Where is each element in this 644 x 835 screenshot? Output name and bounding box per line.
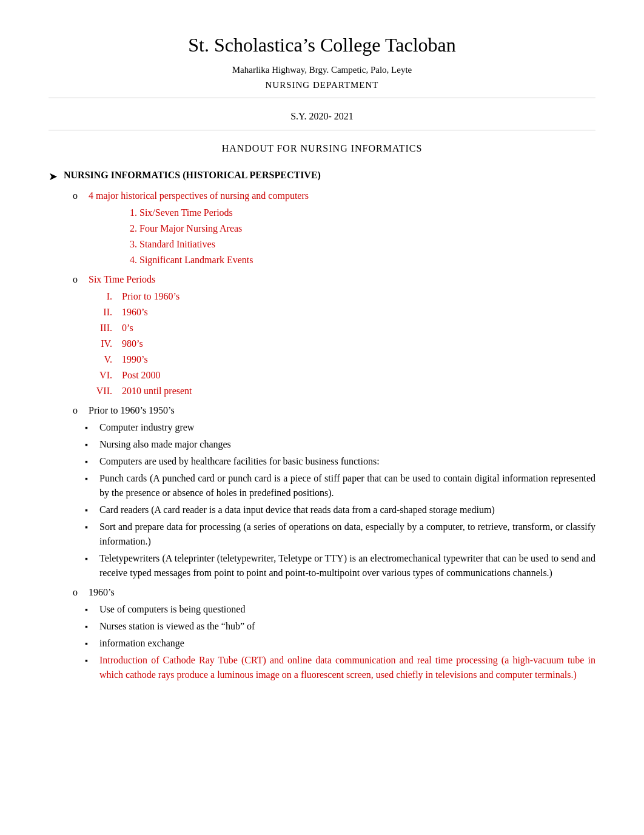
roman-item-5: V. 1990’s [79,352,595,367]
list-item: Six/Seven Time Periods [139,206,595,220]
roman-text-4: 980’s [122,337,143,351]
bullet-text-9: Nurses station is viewed as the “hub” of [99,619,595,634]
sub3-label: Prior to 1960’s 1950’s [89,403,175,418]
bullet-item-1: ▪ Computer industry grew [85,420,595,435]
main-content: ➤ NURSING INFORMATICS (HISTORICAL PERSPE… [49,168,595,682]
sub2-label: Six Time Periods [89,272,155,287]
list-item: Significant Landmark Events [139,253,595,267]
nursing-informatics-label: NURSING INFORMATICS (HISTORICAL PERSPECT… [64,168,321,183]
o-bullet-4: o [73,585,82,600]
roman-num-5: V. [79,352,112,367]
bullet-text-4: Punch cards (A punched card or punch car… [99,471,595,500]
bullet-sym-3: ▪ [85,455,93,468]
bullet-item-10: ▪ information exchange [85,636,595,651]
header-divider2 [49,130,595,130]
o-bullet-1: o [73,189,82,203]
roman-text-5: 1990’s [122,352,148,367]
roman-num-3: III. [79,321,112,335]
bullet-item-6: ▪ Sort and prepare data for processing (… [85,520,595,549]
sub3-block: o Prior to 1960’s 1950’s ▪ Computer indu… [73,403,595,580]
bullet-sym-4: ▪ [85,472,93,485]
list-item: Four Major Nursing Areas [139,221,595,236]
bullet-item-3: ▪ Computers are used by healthcare facil… [85,454,595,469]
bullet-sym-7: ▪ [85,552,93,565]
sub3-item: o Prior to 1960’s 1950’s [73,403,595,418]
bullet-sym-8: ▪ [85,603,93,616]
bullet-sym-1: ▪ [85,421,93,434]
sub3-bullets: ▪ Computer industry grew ▪ Nursing also … [85,420,595,580]
bullet-text-1: Computer industry grew [99,420,595,435]
roman-item-2: II. 1960’s [79,305,595,320]
bullet-item-9: ▪ Nurses station is viewed as the “hub” … [85,619,595,634]
department-name: NURSING DEPARTMENT [49,78,595,92]
bullet-text-10: information exchange [99,636,595,651]
page-header: St. Scholastica’s College Tacloban Mahar… [49,30,595,156]
roman-item-6: VI. Post 2000 [79,368,595,383]
bullet-item-4: ▪ Punch cards (A punched card or punch c… [85,471,595,500]
roman-num-1: I. [79,289,112,304]
arrow-icon: ➤ [49,169,58,185]
bullet-sym-2: ▪ [85,438,93,451]
sub4-item: o 1960’s [73,585,595,600]
roman-num-6: VI. [79,368,112,383]
numbered-list: Six/Seven Time Periods Four Major Nursin… [133,206,595,267]
bullet-item-5: ▪ Card readers (A card reader is a data … [85,503,595,517]
sub1-label: 4 major historical perspectives of nursi… [89,189,309,203]
roman-text-7: 2010 until present [122,384,192,398]
roman-text-3: 0’s [122,321,133,335]
roman-section: I. Prior to 1960’s II. 1960’s III. 0’s I… [79,289,595,398]
numbered-section: Six/Seven Time Periods Four Major Nursin… [121,206,595,267]
roman-item-1: I. Prior to 1960’s [79,289,595,304]
top-level-nursing-informatics: ➤ NURSING INFORMATICS (HISTORICAL PERSPE… [49,168,595,185]
roman-text-2: 1960’s [122,305,148,320]
sub4-block: o 1960’s ▪ Use of computers is being que… [73,585,595,682]
bullet-sym-11: ▪ [85,654,93,667]
o-bullet-2: o [73,272,82,287]
o-bullet-3: o [73,403,82,418]
bullet-sym-10: ▪ [85,637,93,650]
bullet-text-6: Sort and prepare data for processing (a … [99,520,595,549]
sub4-bullets: ▪ Use of computers is being questioned ▪… [85,602,595,682]
header-divider [49,98,595,98]
bullet-item-11: ▪ Introduction of Cathode Ray Tube (CRT)… [85,653,595,682]
bullet-sym-9: ▪ [85,620,93,633]
bullet-sym-5: ▪ [85,504,93,517]
roman-num-7: VII. [79,384,112,398]
bullet-text-3: Computers are used by healthcare facilit… [99,454,595,469]
college-title: St. Scholastica’s College Tacloban [49,30,595,59]
school-year: S.Y. 2020- 2021 [49,109,595,124]
roman-num-2: II. [79,305,112,320]
roman-item-7: VII. 2010 until present [79,384,595,398]
roman-text-6: Post 2000 [122,368,161,383]
sub1-item: o 4 major historical perspectives of nur… [73,189,595,203]
roman-item-3: III. 0’s [79,321,595,335]
roman-item-4: IV. 980’s [79,337,595,351]
sub1-block: o 4 major historical perspectives of nur… [73,189,595,267]
handout-title: HANDOUT FOR NURSING INFORMATICS [49,141,595,156]
roman-num-4: IV. [79,337,112,351]
bullet-text-11: Introduction of Cathode Ray Tube (CRT) a… [99,653,595,682]
bullet-item-2: ▪ Nursing also made major changes [85,437,595,452]
bullet-sym-6: ▪ [85,521,93,534]
bullet-item-8: ▪ Use of computers is being questioned [85,602,595,617]
bullet-text-7: Teletypewriters (A teleprinter (teletype… [99,551,595,580]
sub4-label: 1960’s [89,585,115,600]
bullet-text-2: Nursing also made major changes [99,437,595,452]
college-address: Maharlika Highway, Brgy. Campetic, Palo,… [49,63,595,77]
bullet-item-7: ▪ Teletypewriters (A teleprinter (telety… [85,551,595,580]
list-item: Standard Initiatives [139,237,595,252]
sub2-item: o Six Time Periods [73,272,595,287]
sub2-block: o Six Time Periods I. Prior to 1960’s II… [73,272,595,398]
bullet-text-8: Use of computers is being questioned [99,602,595,617]
roman-text-1: Prior to 1960’s [122,289,179,304]
bullet-text-5: Card readers (A card reader is a data in… [99,503,595,517]
